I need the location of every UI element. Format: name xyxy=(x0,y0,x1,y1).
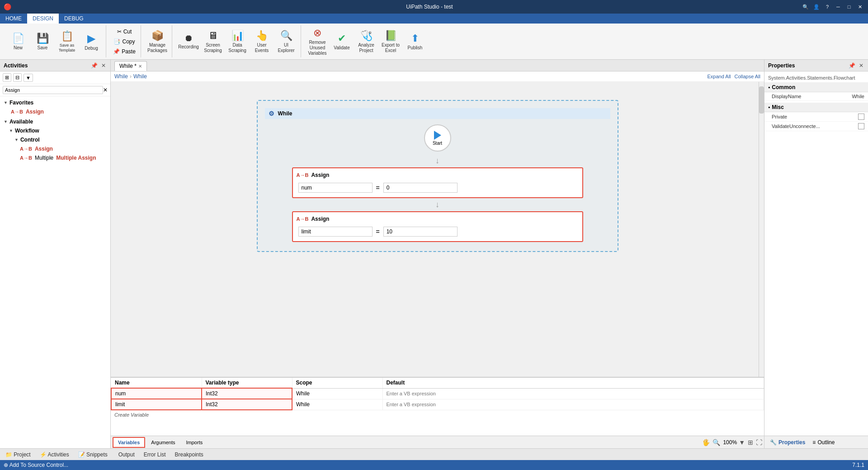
breadcrumb-actions: Expand All Collapse All xyxy=(708,74,760,79)
project-folder-icon: 📁 xyxy=(5,451,12,458)
control-assign-item[interactable]: A→B Assign xyxy=(0,144,110,153)
scrollbar-thumb[interactable] xyxy=(759,86,764,114)
create-variable-link[interactable]: Create Variable xyxy=(111,410,764,419)
validate-button[interactable]: ✔ Validate xyxy=(330,27,354,57)
var2-name-cell[interactable]: limit xyxy=(111,399,202,410)
output-tab[interactable]: Output xyxy=(117,451,137,458)
clear-search-button[interactable]: ✕ xyxy=(103,87,108,93)
common-section-header[interactable]: ▪ Common xyxy=(764,83,868,92)
error-list-tab[interactable]: Error List xyxy=(142,451,168,458)
control-header[interactable]: ▼ Control xyxy=(0,135,110,144)
private-checkbox[interactable] xyxy=(858,114,864,120)
cut-button[interactable]: ✂ Cut xyxy=(111,27,138,36)
publish-button[interactable]: ⬆ Publish xyxy=(403,27,427,57)
while-tab[interactable]: While * ✕ xyxy=(114,61,147,71)
assign2-value[interactable] xyxy=(383,227,458,237)
breadcrumb-part1[interactable]: While xyxy=(114,73,128,80)
fit-screen-button[interactable]: ⊞ xyxy=(748,439,753,446)
debug-button[interactable]: ▶ Debug xyxy=(80,27,103,57)
assign1-field[interactable] xyxy=(298,183,373,193)
assign1-value[interactable] xyxy=(383,183,458,193)
tab-arguments[interactable]: Arguments xyxy=(146,437,180,447)
workflow-section: ▼ Workflow ▼ Control A→B Assign xyxy=(0,126,110,162)
close-button[interactable]: ✕ xyxy=(855,3,864,10)
zoom-dropdown-button[interactable]: ▼ xyxy=(739,439,745,446)
arrow-down-2: ↓ xyxy=(292,200,583,209)
var2-default-cell[interactable] xyxy=(382,399,764,410)
expand-all-btn[interactable]: ⊞ xyxy=(3,73,11,82)
help-icon[interactable]: ? xyxy=(823,3,832,10)
var2-type-cell[interactable]: Int32 xyxy=(202,399,292,410)
search-input[interactable] xyxy=(3,86,103,94)
search-icon[interactable]: 🔍 xyxy=(801,3,810,10)
tab-variables[interactable]: Variables xyxy=(113,437,145,448)
breakpoints-tab[interactable]: Breakpoints xyxy=(173,451,205,458)
hand-tool-button[interactable]: 🖐 xyxy=(702,439,710,446)
available-header[interactable]: ▼ Available xyxy=(0,117,110,126)
var2-default-input[interactable] xyxy=(387,402,760,407)
displayname-label: DisplayName xyxy=(772,94,852,99)
var1-name-cell[interactable]: num xyxy=(111,388,202,399)
favorites-assign-item[interactable]: A→B Assign xyxy=(0,107,110,116)
pin-properties-button[interactable]: 📌 xyxy=(848,62,856,69)
footer-snippets-tab[interactable]: 📝 Snippets xyxy=(76,451,109,458)
footer-project-tab[interactable]: 📁 Project xyxy=(4,451,33,458)
properties-controls: 📌 ✕ xyxy=(848,62,864,69)
user-events-button[interactable]: 👆 User Events xyxy=(250,27,274,57)
manage-packages-button[interactable]: 📦 Manage Packages xyxy=(146,27,169,57)
menu-design[interactable]: DESIGN xyxy=(27,14,59,24)
minimize-button[interactable]: ─ xyxy=(834,3,843,10)
recording-button[interactable]: ⏺ Recording xyxy=(177,27,200,57)
ui-explorer-button[interactable]: 🔍 UI Explorer xyxy=(274,27,298,57)
pin-button[interactable]: 📌 xyxy=(90,62,99,69)
filter-btn[interactable]: ▼ xyxy=(24,74,33,82)
assign-block-1[interactable]: A→B Assign = xyxy=(292,167,583,198)
save-button[interactable]: 💾 Save xyxy=(31,27,54,57)
new-button[interactable]: 📄 New xyxy=(6,27,30,57)
misc-section-header[interactable]: ▪ Misc xyxy=(764,103,868,112)
workflow-header[interactable]: ▼ Workflow xyxy=(0,126,110,135)
source-control-text[interactable]: ⊕ Add To Source Control... xyxy=(4,462,68,468)
footer-activities-tab[interactable]: ⚡ Activities xyxy=(38,451,71,458)
collapse-all-btn[interactable]: ⊟ xyxy=(13,73,22,82)
zoom-search-button[interactable]: 🔍 xyxy=(712,439,720,446)
start-button[interactable]: Start xyxy=(424,124,451,152)
menu-home[interactable]: HOME xyxy=(0,14,27,24)
var1-type-cell[interactable]: Int32 xyxy=(202,388,292,399)
favorites-header[interactable]: ▼ Favorites xyxy=(0,98,110,107)
workflow-canvas[interactable]: ⚙ While Start ↓ xyxy=(111,82,764,377)
maximize-button[interactable]: □ xyxy=(844,3,854,10)
table-row[interactable]: num Int32 While xyxy=(111,388,764,399)
save-template-button[interactable]: 📋 Save as Template xyxy=(55,27,79,57)
multiple-assign-item[interactable]: A→B Multiple Multiple Assign xyxy=(0,153,110,162)
vertical-scrollbar[interactable] xyxy=(759,82,764,377)
validate-checkbox[interactable] xyxy=(858,123,864,129)
while-header: ⚙ While xyxy=(265,108,610,119)
menu-debug[interactable]: DEBUG xyxy=(59,14,89,24)
export-excel-button[interactable]: 📗 Export to Excel xyxy=(379,27,402,57)
var1-default-cell[interactable] xyxy=(382,388,764,399)
copy-button[interactable]: 📑 Copy xyxy=(111,37,138,46)
assign2-field[interactable] xyxy=(298,227,373,237)
displayname-value: While xyxy=(852,94,864,99)
table-row[interactable]: limit Int32 While xyxy=(111,399,764,410)
close-properties-button[interactable]: ✕ xyxy=(858,62,864,69)
fullscreen-button[interactable]: ⛶ xyxy=(756,439,762,446)
var1-default-input[interactable] xyxy=(387,391,760,396)
tab-imports[interactable]: Imports xyxy=(181,437,208,447)
close-panel-button[interactable]: ✕ xyxy=(100,62,107,69)
ui-explorer-icon: 🔍 xyxy=(280,30,292,42)
collapse-all-button[interactable]: Collapse All xyxy=(735,74,760,79)
remove-unused-button[interactable]: ⊗ Remove Unused Variables xyxy=(306,27,329,57)
breadcrumb-part2[interactable]: While xyxy=(133,73,147,80)
paste-button[interactable]: 📌 Paste xyxy=(111,47,138,56)
analyze-project-button[interactable]: 🩺 Analyze Project xyxy=(354,27,378,57)
while-tab-close[interactable]: ✕ xyxy=(138,64,142,69)
expand-all-button[interactable]: Expand All xyxy=(708,74,731,79)
user-icon[interactable]: 👤 xyxy=(812,3,821,10)
assign-block-2[interactable]: A→B Assign = xyxy=(292,211,583,242)
tab-properties[interactable]: 🔧 Properties xyxy=(766,437,809,447)
data-scraping-button[interactable]: 📊 Data Scraping xyxy=(226,27,249,57)
screen-scraping-button[interactable]: 🖥 Screen Scraping xyxy=(201,27,225,57)
tab-outline[interactable]: ≡ Outline xyxy=(809,437,838,447)
